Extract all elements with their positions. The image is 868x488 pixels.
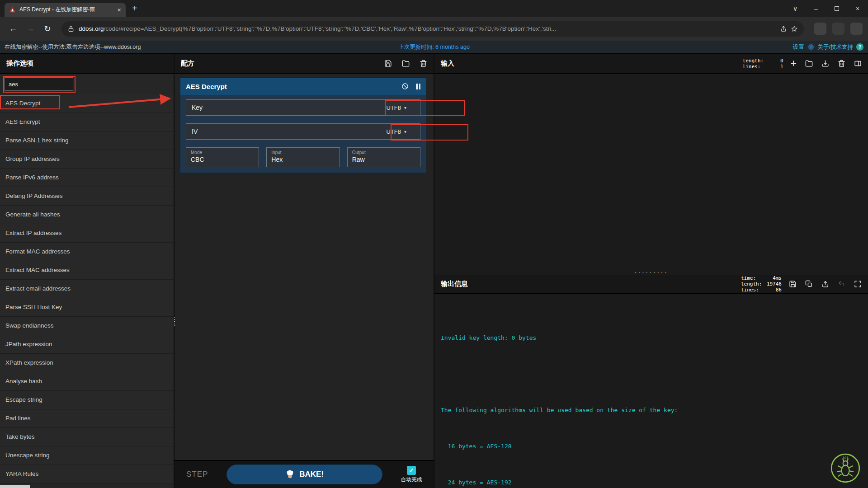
operation-list-item[interactable]: Extract MAC addresses bbox=[0, 261, 174, 280]
maximize-output-icon[interactable] bbox=[854, 280, 862, 288]
url-text: ddosi.org/code/#recipe=AES_Decrypt(%7B'o… bbox=[79, 25, 776, 32]
url-path: /code/#recipe=AES_Decrypt(%7B'option':'U… bbox=[104, 25, 557, 32]
tab-title: AES Decrypt - 在线加密解密-雨 bbox=[19, 6, 113, 14]
operation-list-item[interactable]: Group IP addresses bbox=[0, 150, 174, 169]
output-line: The following algorithms will be used ba… bbox=[441, 406, 862, 415]
help-icon[interactable]: ? bbox=[856, 43, 863, 51]
operation-list-item[interactable]: Defang IP Addresses bbox=[0, 187, 174, 206]
operation-list-item[interactable]: Extract email addresses bbox=[0, 280, 174, 298]
operation-list-item[interactable]: Extract IP addresses bbox=[0, 224, 174, 243]
operation-list-item[interactable]: Format MAC addresses bbox=[0, 243, 174, 261]
operation-list-item[interactable]: Take bytes bbox=[0, 428, 174, 446]
output-stats: time: 4ms length: 19746 lines: 86 bbox=[741, 275, 782, 293]
replace-input-icon[interactable] bbox=[821, 280, 829, 288]
operation-list-item[interactable]: AES Encrypt bbox=[0, 113, 174, 131]
operation-list-item[interactable]: Parse SSH Host Key bbox=[0, 298, 174, 317]
input-panel: 输入 length: 0 lines: 1 bbox=[434, 54, 868, 270]
operation-list-item[interactable]: JPath expression bbox=[0, 335, 174, 354]
auto-bake-control: ✓ 自动完成 bbox=[401, 466, 422, 483]
undo-icon[interactable] bbox=[838, 280, 845, 288]
operation-select[interactable]: Input Hex bbox=[266, 147, 340, 167]
stat-label: lines: bbox=[741, 287, 759, 293]
stat-row: time: 4ms bbox=[741, 275, 782, 281]
input-output-splitter[interactable]: ········· bbox=[434, 270, 868, 275]
address-bar[interactable]: ddosi.org/code/#recipe=AES_Decrypt(%7B'o… bbox=[61, 21, 804, 37]
operation-list-item[interactable]: Escape string bbox=[0, 391, 174, 409]
extension-icon[interactable] bbox=[814, 23, 826, 35]
operation-list-item[interactable]: AES Decrypt bbox=[0, 94, 174, 113]
back-button[interactable]: ← bbox=[5, 24, 21, 33]
operation-select[interactable]: Mode CBC bbox=[186, 147, 259, 167]
stat-row: length: 0 bbox=[743, 58, 783, 64]
chevron-down-icon: ▾ bbox=[404, 105, 406, 110]
operation-select[interactable]: Output Raw bbox=[347, 147, 420, 167]
settings-link[interactable]: 设置 bbox=[793, 43, 804, 51]
site-favicon-icon bbox=[9, 6, 16, 13]
operations-search-input[interactable] bbox=[5, 77, 73, 91]
copy-output-icon[interactable] bbox=[805, 280, 813, 288]
app-header-actions: 设置 关于/技术支持 ? bbox=[793, 43, 863, 51]
bake-button[interactable]: BAKE! bbox=[226, 465, 382, 484]
tab-close-icon[interactable]: × bbox=[117, 6, 121, 13]
operation-title-bar: AES Decrypt bbox=[180, 78, 426, 95]
input-content[interactable] bbox=[434, 74, 868, 270]
operation-arg-row[interactable]: Key UTF8 ▾ bbox=[186, 99, 420, 116]
operations-search-area bbox=[0, 74, 174, 94]
operation-list-item[interactable]: Generate all hashes bbox=[0, 206, 174, 224]
window-close-button[interactable]: × bbox=[847, 0, 868, 17]
recipe-title: 配方 bbox=[181, 59, 194, 68]
operation-list-item[interactable]: Unescape string bbox=[0, 446, 174, 465]
open-folder-icon[interactable] bbox=[805, 60, 813, 67]
window-maximize-button[interactable] bbox=[826, 0, 847, 17]
auto-bake-checkbox[interactable]: ✓ bbox=[407, 466, 416, 475]
operation-list-item[interactable]: Swap endianness bbox=[0, 317, 174, 335]
bookmark-star-icon[interactable] bbox=[791, 26, 797, 32]
open-file-icon[interactable] bbox=[821, 60, 829, 67]
operation-list-item[interactable]: Parse ASN.1 hex string bbox=[0, 131, 174, 150]
operation-list-item[interactable]: Analyse hash bbox=[0, 372, 174, 391]
disable-operation-icon[interactable] bbox=[401, 83, 409, 90]
output-content[interactable]: Invalid key length: 0 bytes The followin… bbox=[434, 294, 868, 488]
breakpoint-icon[interactable] bbox=[416, 84, 420, 89]
add-input-tab-icon[interactable]: + bbox=[791, 60, 797, 67]
load-recipe-icon[interactable] bbox=[402, 60, 410, 67]
arg-type-dropdown[interactable]: UTF8 ▾ bbox=[386, 104, 415, 111]
gear-icon[interactable] bbox=[807, 43, 815, 51]
share-icon[interactable] bbox=[780, 26, 787, 32]
output-line: Invalid key length: 0 bytes bbox=[441, 333, 862, 343]
operation-list-item[interactable]: YARA Rules bbox=[0, 465, 174, 483]
operation-card[interactable]: AES Decrypt Key bbox=[180, 77, 426, 173]
tab-search-chevron-icon[interactable]: ∨ bbox=[785, 0, 806, 17]
operations-header: 操作选项 bbox=[0, 54, 174, 74]
operations-sidebar: 操作选项 AES Decrypt AES Encrypt Parse ASN.1… bbox=[0, 54, 175, 488]
operation-name: AES Decrypt bbox=[186, 83, 394, 90]
save-recipe-icon[interactable] bbox=[384, 60, 392, 67]
forward-button[interactable]: → bbox=[23, 24, 38, 33]
refresh-button[interactable]: ↻ bbox=[40, 24, 55, 34]
split-view-icon[interactable] bbox=[854, 60, 862, 67]
last-update-text: 上次更新时间: 6 months ago bbox=[398, 43, 470, 51]
arg-type-dropdown[interactable]: UTF8 ▾ bbox=[386, 128, 415, 135]
operation-list-item[interactable]: XPath expression bbox=[0, 354, 174, 372]
arg-label: Key bbox=[192, 104, 386, 111]
window-minimize-button[interactable]: – bbox=[806, 0, 826, 17]
maximize-icon bbox=[835, 6, 839, 11]
stat-value: 86 bbox=[776, 287, 782, 293]
clear-recipe-icon[interactable] bbox=[420, 60, 427, 67]
panel-splitter-grip[interactable]: ⋮ ⋮ bbox=[171, 317, 178, 326]
select-label: Input bbox=[271, 150, 335, 155]
operation-list-item[interactable]: Parse IPv6 address bbox=[0, 169, 174, 187]
profile-avatar[interactable] bbox=[850, 23, 863, 35]
new-tab-button[interactable]: + bbox=[132, 3, 137, 14]
browser-tab[interactable]: AES Decrypt - 在线加密解密-雨 × bbox=[5, 3, 126, 17]
horizontal-scrollbar-thumb[interactable] bbox=[0, 485, 30, 488]
clear-input-icon[interactable] bbox=[838, 60, 845, 67]
browser-nav-bar: ← → ↻ ddosi.org/code/#recipe=AES_Decrypt… bbox=[0, 17, 868, 41]
extension-icon[interactable] bbox=[832, 23, 844, 35]
operation-arg-row[interactable]: IV UTF8 ▾ bbox=[186, 123, 420, 140]
step-button[interactable]: STEP bbox=[186, 470, 208, 479]
about-support-link[interactable]: 关于/技术支持 bbox=[818, 43, 853, 51]
select-value: Raw bbox=[352, 156, 415, 163]
operation-list-item[interactable]: Pad lines bbox=[0, 409, 174, 428]
save-output-icon[interactable] bbox=[789, 280, 797, 288]
